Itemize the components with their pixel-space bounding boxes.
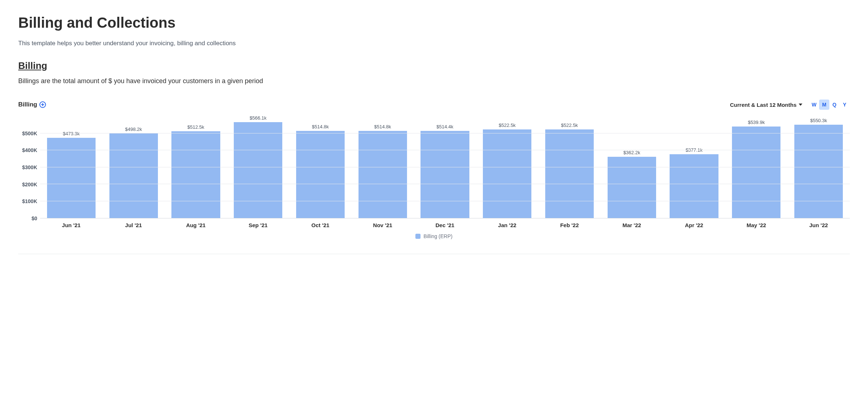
chart-header: Billing Current & Last 12 Months W M Q Y: [18, 100, 850, 110]
x-tick: May '22: [725, 222, 787, 228]
bar-value-label: $514.8k: [374, 124, 391, 129]
page-description: This template helps you better understan…: [18, 40, 850, 47]
chart-plot: $473.3k$498.2k$512.5k$566.1k$514.8k$514.…: [40, 116, 850, 218]
x-tick: Nov '21: [352, 222, 414, 228]
bar-wrap: $522.5k: [538, 116, 601, 218]
period-label: Current & Last 12 Months: [730, 102, 797, 108]
bar-value-label: $498.2k: [125, 127, 142, 132]
x-tick: Sep '21: [227, 222, 289, 228]
granularity-quarter-button[interactable]: Q: [829, 100, 840, 110]
x-tick: Mar '22: [601, 222, 663, 228]
bar-value-label: $522.5k: [499, 123, 516, 128]
bar[interactable]: [359, 131, 407, 218]
gridline: [40, 184, 850, 184]
legend-swatch: [415, 234, 421, 239]
bar[interactable]: [670, 154, 718, 218]
bar-wrap: $377.1k: [663, 116, 725, 218]
y-axis: $0$100K$200K$300K$400K$500K: [18, 116, 40, 218]
chart-title-wrap: Billing: [18, 101, 46, 108]
bar[interactable]: [608, 157, 656, 218]
chart-controls: Current & Last 12 Months W M Q Y: [730, 100, 850, 110]
chart-legend: Billing (ERP): [18, 233, 850, 239]
bar-wrap: $473.3k: [40, 116, 102, 218]
x-tick: Dec '21: [414, 222, 476, 228]
gridline: [40, 133, 850, 133]
granularity-month-button[interactable]: M: [819, 100, 829, 110]
y-tick: $0: [31, 215, 37, 221]
bar-wrap: $522.5k: [476, 116, 538, 218]
bar-wrap: $539.9k: [725, 116, 787, 218]
bar-value-label: $473.3k: [63, 131, 80, 136]
y-tick: $100K: [22, 198, 37, 204]
section-divider: [18, 254, 850, 254]
bar[interactable]: [109, 133, 158, 218]
chart-title: Billing: [18, 101, 37, 108]
y-tick: $300K: [22, 164, 37, 170]
gridline: [40, 150, 850, 150]
bar-value-label: $512.5k: [187, 124, 204, 130]
bar-wrap: $550.3k: [787, 116, 850, 218]
bar[interactable]: [545, 129, 594, 218]
bar-wrap: $512.5k: [165, 116, 227, 218]
x-tick: Feb '22: [538, 222, 601, 228]
bar-wrap: $566.1k: [227, 116, 289, 218]
bar[interactable]: [421, 131, 469, 218]
granularity-year-button[interactable]: Y: [840, 100, 850, 110]
bar-value-label: $514.8k: [312, 124, 329, 129]
section-description: Billings are the total amount of $ you h…: [18, 77, 850, 85]
x-tick: Apr '22: [663, 222, 725, 228]
bar-value-label: $566.1k: [250, 115, 267, 121]
caret-down-icon: [799, 104, 802, 106]
bar-value-label: $522.5k: [561, 123, 578, 128]
y-tick: $500K: [22, 131, 37, 136]
chart-bars: $473.3k$498.2k$512.5k$566.1k$514.8k$514.…: [40, 116, 850, 218]
bar-wrap: $514.8k: [289, 116, 352, 218]
bar[interactable]: [794, 125, 843, 218]
bar-wrap: $362.2k: [601, 116, 663, 218]
bar-value-label: $550.3k: [810, 118, 827, 123]
period-select[interactable]: Current & Last 12 Months: [730, 102, 802, 108]
bar[interactable]: [171, 131, 220, 218]
bar-value-label: $539.9k: [748, 120, 765, 125]
billing-chart: $0$100K$200K$300K$400K$500K $473.3k$498.…: [18, 116, 850, 218]
add-icon[interactable]: [39, 101, 46, 108]
y-tick: $400K: [22, 147, 37, 153]
x-tick: Jun '21: [40, 222, 102, 228]
bar[interactable]: [234, 122, 282, 218]
gridline: [40, 167, 850, 167]
x-tick: Jul '21: [102, 222, 165, 228]
bar[interactable]: [732, 127, 780, 218]
bar[interactable]: [296, 131, 345, 218]
x-tick: Aug '21: [165, 222, 227, 228]
bar[interactable]: [483, 129, 531, 218]
bar-wrap: $514.8k: [352, 116, 414, 218]
x-tick: Oct '21: [289, 222, 352, 228]
bar-value-label: $362.2k: [623, 150, 640, 155]
legend-label: Billing (ERP): [423, 233, 452, 239]
y-tick: $200K: [22, 182, 37, 187]
page-title: Billing and Collections: [18, 15, 850, 31]
x-axis: Jun '21Jul '21Aug '21Sep '21Oct '21Nov '…: [40, 222, 850, 228]
granularity-toggle: W M Q Y: [809, 100, 850, 110]
section-heading-billing: Billing: [18, 60, 850, 71]
x-tick: Jan '22: [476, 222, 538, 228]
bar-wrap: $498.2k: [102, 116, 165, 218]
bar-value-label: $514.4k: [437, 124, 453, 129]
bar-wrap: $514.4k: [414, 116, 476, 218]
x-tick: Jun '22: [787, 222, 850, 228]
gridline: [40, 201, 850, 201]
granularity-week-button[interactable]: W: [809, 100, 819, 110]
